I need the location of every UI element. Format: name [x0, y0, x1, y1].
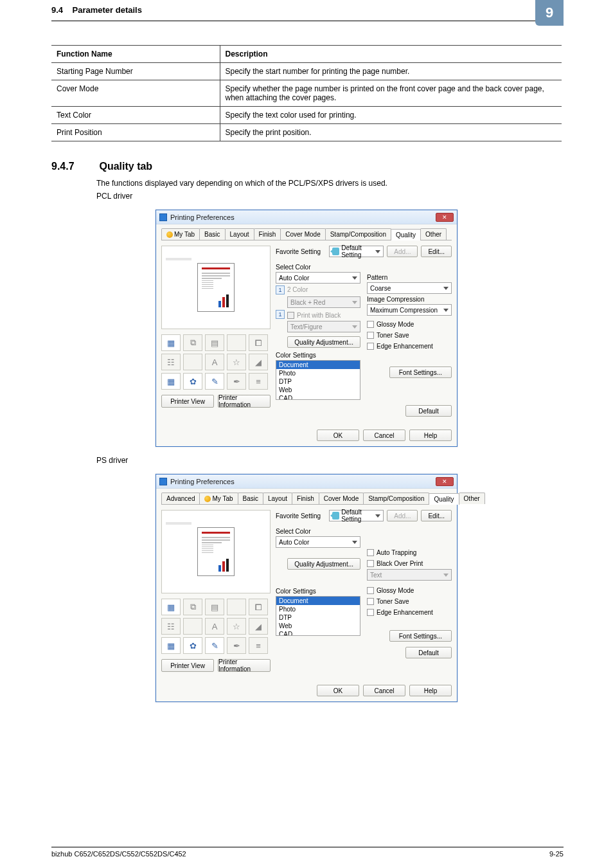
tab-stamp[interactable]: Stamp/Composition [325, 228, 391, 240]
status-icon[interactable]: ▦ [161, 334, 181, 351]
tab-quality[interactable]: Quality [391, 229, 421, 240]
edit-button[interactable]: Edit... [421, 246, 452, 257]
printer-info-button[interactable]: Printer Information [218, 659, 271, 672]
autotrapping-checkbox[interactable]: Auto Trapping [367, 549, 452, 556]
status-icon[interactable]: ✿ [183, 373, 202, 390]
status-icon[interactable] [183, 618, 202, 635]
status-icon[interactable]: ⧉ [183, 334, 202, 351]
help-button[interactable]: Help [409, 429, 452, 441]
font-settings-button[interactable]: Font Settings... [389, 630, 452, 642]
select-color-dropdown[interactable]: Auto Color [276, 272, 360, 284]
printer-info-button[interactable]: Printer Information [218, 395, 271, 408]
status-icon[interactable]: ☆ [227, 618, 246, 635]
tab-layout[interactable]: Layout [263, 493, 292, 504]
favorite-dropdown[interactable]: Default Setting [329, 510, 384, 521]
pattern-dropdown[interactable]: Coarse [367, 282, 452, 294]
print-with-black-checkbox[interactable]: Print with Black [287, 312, 341, 319]
imagecomp-dropdown[interactable]: Maximum Compression [367, 304, 452, 316]
status-icon[interactable]: ✎ [205, 637, 224, 654]
status-icon[interactable]: ◢ [249, 618, 268, 635]
status-icon[interactable]: ▤ [205, 334, 224, 351]
quality-adjustment-button[interactable]: Quality Adjustment... [287, 558, 360, 570]
printer-view-button[interactable]: Printer View [161, 659, 214, 672]
edge-checkbox[interactable]: Edge Enhancement [367, 343, 452, 350]
edge-checkbox[interactable]: Edge Enhancement [367, 609, 452, 616]
add-button[interactable]: Add... [387, 510, 418, 521]
edit-button[interactable]: Edit... [421, 510, 452, 521]
list-item[interactable]: Photo [276, 369, 360, 377]
twocolor-dropdown[interactable]: Black + Red [287, 296, 360, 308]
status-icon[interactable]: ☷ [161, 618, 181, 635]
status-icon[interactable]: ✒ [227, 637, 246, 654]
tab-quality[interactable]: Quality [429, 493, 459, 505]
list-item[interactable]: DTP [276, 377, 360, 386]
status-icon[interactable]: ≡ [249, 373, 268, 390]
status-icon[interactable]: ⧠ [249, 334, 268, 351]
list-item[interactable]: CAD [276, 630, 360, 636]
font-settings-button[interactable]: Font Settings... [389, 366, 452, 378]
title-bar[interactable]: Printing Preferences ✕ [156, 210, 457, 224]
cancel-button[interactable]: Cancel [363, 429, 405, 441]
tab-finish[interactable]: Finish [254, 228, 281, 240]
tab-covermode[interactable]: Cover Mode [319, 493, 364, 504]
tab-mytab[interactable]: My Tab [199, 493, 238, 504]
list-item[interactable]: Photo [276, 605, 360, 613]
textfigure-dropdown[interactable]: Text/Figure [287, 321, 360, 332]
list-item[interactable]: Web [276, 386, 360, 394]
status-icon[interactable] [183, 354, 202, 370]
list-item[interactable]: Document [276, 361, 360, 369]
status-icon[interactable]: ✎ [205, 373, 224, 390]
glossy-checkbox[interactable]: Glossy Mode [367, 321, 452, 328]
list-item[interactable]: DTP [276, 613, 360, 622]
colorsettings-listbox[interactable]: Document Photo DTP Web CAD [276, 596, 360, 636]
blackoverprint-dropdown[interactable]: Text [367, 569, 452, 581]
close-button[interactable]: ✕ [436, 477, 454, 486]
ok-button[interactable]: OK [317, 685, 359, 696]
status-icon[interactable]: ▦ [161, 373, 181, 390]
tab-basic[interactable]: Basic [199, 228, 225, 240]
tab-other[interactable]: Other [459, 493, 485, 504]
tab-covermode[interactable]: Cover Mode [280, 228, 325, 240]
help-button[interactable]: Help [409, 685, 452, 696]
default-button[interactable]: Default [405, 405, 452, 417]
tab-other[interactable]: Other [420, 228, 447, 240]
status-icon[interactable]: ✒ [227, 373, 246, 390]
list-item[interactable]: CAD [276, 394, 360, 400]
ok-button[interactable]: OK [317, 429, 359, 441]
status-icon[interactable]: ☷ [161, 354, 181, 370]
list-item[interactable]: Document [276, 597, 360, 605]
select-color-dropdown[interactable]: Auto Color [276, 536, 360, 548]
status-icon[interactable] [227, 334, 246, 351]
status-icon[interactable]: A [205, 618, 224, 635]
status-icon[interactable]: ▦ [161, 637, 181, 654]
tonersave-checkbox[interactable]: Toner Save [367, 332, 452, 339]
status-icon[interactable]: ✿ [183, 637, 202, 654]
blackoverprint-checkbox[interactable]: Black Over Print [367, 560, 452, 567]
quality-adjustment-button[interactable]: Quality Adjustment... [287, 336, 360, 348]
colorsettings-listbox[interactable]: Document Photo DTP Web CAD [276, 360, 360, 400]
status-icon[interactable]: ≡ [249, 637, 268, 654]
cancel-button[interactable]: Cancel [363, 685, 405, 696]
tonersave-checkbox[interactable]: Toner Save [367, 598, 452, 605]
tab-advanced[interactable]: Advanced [161, 493, 200, 504]
status-icon[interactable]: A [205, 354, 224, 370]
status-icon[interactable] [227, 599, 246, 615]
status-icon[interactable]: ◢ [249, 354, 268, 370]
add-button[interactable]: Add... [387, 246, 418, 257]
list-item[interactable]: Web [276, 622, 360, 630]
status-icon[interactable]: ☆ [227, 354, 246, 370]
tab-finish[interactable]: Finish [292, 493, 319, 504]
tab-mytab[interactable]: My Tab [161, 228, 200, 240]
status-icon[interactable]: ▦ [161, 599, 181, 615]
default-button[interactable]: Default [405, 647, 452, 658]
tab-layout[interactable]: Layout [225, 228, 254, 240]
status-icon[interactable]: ⧉ [183, 599, 202, 615]
glossy-checkbox[interactable]: Glossy Mode [367, 587, 452, 594]
tab-stamp[interactable]: Stamp/Composition [363, 493, 429, 504]
status-icon[interactable]: ⧠ [249, 599, 268, 615]
close-button[interactable]: ✕ [436, 213, 454, 222]
tab-basic[interactable]: Basic [238, 493, 263, 504]
status-icon[interactable]: ▤ [205, 599, 224, 615]
title-bar[interactable]: Printing Preferences ✕ [156, 475, 457, 489]
favorite-dropdown[interactable]: Default Setting [329, 246, 384, 257]
